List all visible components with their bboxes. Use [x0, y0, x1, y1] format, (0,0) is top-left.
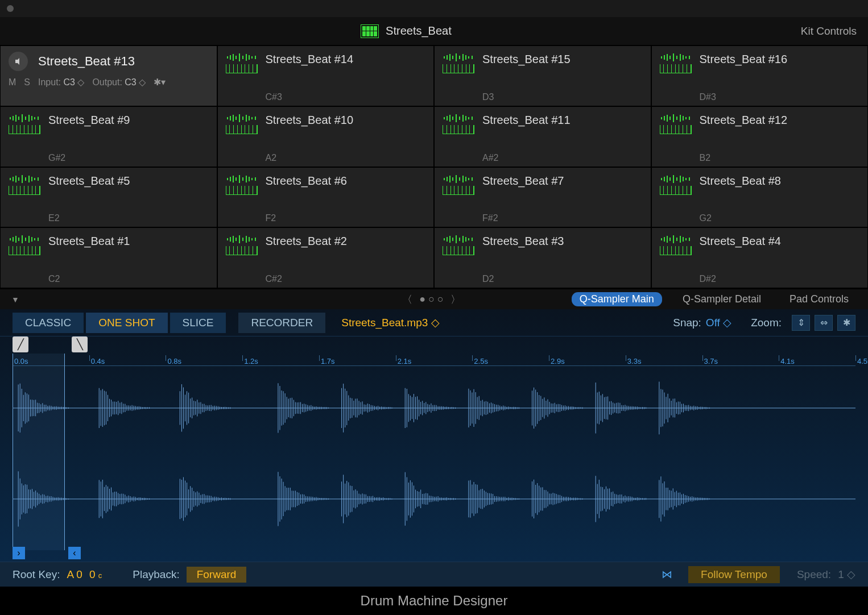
sample-icon — [660, 113, 700, 163]
ruler-tick: 3.7s — [704, 357, 718, 365]
waveform-canvas[interactable] — [13, 366, 855, 548]
params-bar: Root Key: A 0 0 c Playback: Forward ⋈ Fo… — [0, 562, 868, 587]
sample-icon — [226, 52, 266, 102]
zoom-horizontal-button[interactable]: ⇔ — [815, 315, 833, 331]
top-bar: Streets_Beat Kit Controls — [0, 17, 868, 45]
pad-1[interactable]: Streets_Beat #13 M S Input: C3 ◇ Output:… — [0, 45, 217, 106]
fade-in-marker[interactable]: ╱ — [13, 336, 28, 352]
playback-label: Playback: — [133, 568, 179, 581]
pad-6[interactable]: Streets_Beat #10 A2 — [217, 106, 435, 167]
ruler-tick: 4.5s — [857, 357, 868, 365]
pad-note: F#2 — [482, 213, 643, 223]
pad-note: C#2 — [266, 274, 426, 284]
follow-tempo-button[interactable]: Follow Tempo — [688, 566, 780, 583]
sample-icon — [9, 113, 48, 163]
mode-classic[interactable]: CLASSIC — [13, 313, 84, 333]
output-label: Output: C3 ◇ — [92, 77, 146, 88]
pad-note: C#3 — [266, 92, 426, 102]
pad-name: Streets_Beat #11 — [482, 114, 643, 127]
pad-preview-button[interactable] — [9, 52, 28, 71]
sample-file-name[interactable]: Streets_Beat.mp3 ◇ — [341, 316, 439, 329]
sample-icon — [660, 173, 700, 224]
pad-2[interactable]: Streets_Beat #14 C#3 — [217, 45, 435, 106]
sample-icon — [660, 234, 700, 284]
ruler-tick: 1.7s — [321, 357, 335, 365]
snap-label: Snap: — [673, 317, 701, 329]
pad-9[interactable]: Streets_Beat #5 E2 — [0, 167, 217, 228]
speed-label: Speed: — [797, 568, 831, 581]
pad-note: B2 — [700, 153, 860, 163]
kit-controls-link[interactable]: Kit Controls — [801, 25, 857, 38]
ruler-tick: 2.1s — [398, 357, 412, 365]
speed-value[interactable]: 1 ◇ — [838, 568, 855, 581]
mode-one-shot[interactable]: ONE SHOT — [86, 313, 167, 333]
snap-value[interactable]: Off ◇ — [706, 316, 731, 329]
sample-icon — [660, 52, 700, 102]
ruler-tick: 1.2s — [244, 357, 258, 365]
zoom-label: Zoom: — [751, 317, 782, 329]
pad-note: G2 — [700, 213, 860, 223]
mute-button[interactable]: M — [9, 77, 16, 88]
pad-name: Streets_Beat #8 — [700, 174, 860, 188]
zoom-vertical-button[interactable]: ⇕ — [792, 315, 810, 331]
sample-icon — [9, 234, 48, 284]
ruler-tick: 4.1s — [780, 357, 795, 365]
pad-name: Streets_Beat #13 — [38, 54, 135, 69]
mode-row: CLASSIC ONE SHOT SLICE RECORDER Streets_… — [0, 309, 868, 336]
input-label: Input: C3 ◇ — [38, 77, 84, 88]
disclosure-icon[interactable]: ▼ — [11, 295, 19, 304]
drum-machine-icon — [361, 24, 379, 38]
time-ruler[interactable]: 0.0s0.4s0.8s1.2s1.7s2.1s2.5s2.9s3.3s3.7s… — [13, 354, 855, 366]
pad-8[interactable]: Streets_Beat #12 B2 — [651, 106, 869, 167]
pad-5[interactable]: Streets_Beat #9 G#2 — [0, 106, 217, 167]
tab-pad-controls[interactable]: Pad Controls — [782, 292, 857, 306]
pad-note: A#2 — [482, 153, 643, 163]
pad-note: D2 — [482, 274, 643, 284]
mode-recorder[interactable]: RECORDER — [238, 313, 325, 333]
root-key-value[interactable]: A 0 — [67, 568, 82, 581]
pad-note: E2 — [48, 213, 209, 223]
pad-name: Streets_Beat #1 — [48, 235, 209, 248]
pad-10[interactable]: Streets_Beat #6 F2 — [217, 167, 435, 228]
pad-3[interactable]: Streets_Beat #15 D3 — [434, 45, 651, 106]
mode-slice[interactable]: SLICE — [170, 313, 226, 333]
pad-12[interactable]: Streets_Beat #8 G2 — [651, 167, 869, 228]
window-close-button[interactable] — [7, 5, 14, 12]
pad-note: A2 — [266, 153, 426, 163]
sampler-panel: CLASSIC ONE SHOT SLICE RECORDER Streets_… — [0, 309, 868, 587]
sample-icon — [226, 173, 266, 224]
titlebar — [0, 0, 868, 17]
kit-title[interactable]: Streets_Beat — [386, 24, 452, 38]
pad-note: D3 — [482, 92, 643, 102]
pad-gear-icon[interactable]: ✱▾ — [154, 77, 166, 88]
pad-name: Streets_Beat #12 — [700, 114, 860, 127]
cents-value[interactable]: 0 c — [89, 568, 102, 581]
sample-icon — [226, 234, 266, 284]
waveform-area[interactable]: ╱ ╲ 0.0s0.4s0.8s1.2s1.7s2.1s2.5s2.9s3.3s… — [13, 336, 855, 559]
pad-7[interactable]: Streets_Beat #11 A#2 — [434, 106, 651, 167]
end-handle[interactable]: ‹ — [68, 547, 81, 559]
start-handle[interactable]: › — [13, 547, 25, 559]
ruler-tick: 2.9s — [551, 357, 565, 365]
pad-note: D#3 — [700, 92, 860, 102]
pad-14[interactable]: Streets_Beat #2 C#2 — [217, 227, 435, 288]
sample-icon — [9, 173, 48, 224]
playback-direction[interactable]: Forward — [187, 567, 247, 583]
pad-16[interactable]: Streets_Beat #4 D#2 — [651, 227, 869, 288]
tab-q-sampler-main[interactable]: Q-Sampler Main — [572, 292, 662, 306]
pad-4[interactable]: Streets_Beat #16 D#3 — [651, 45, 869, 106]
pad-11[interactable]: Streets_Beat #7 F#2 — [434, 167, 651, 228]
pad-13[interactable]: Streets_Beat #1 C2 — [0, 227, 217, 288]
page-nav-next[interactable]: 〉 — [450, 293, 461, 306]
tab-q-sampler-detail[interactable]: Q-Sampler Detail — [675, 292, 769, 306]
sampler-gear-button[interactable]: ✱ — [837, 315, 855, 331]
page-nav-prev[interactable]: 〈 — [402, 293, 412, 306]
pad-name: Streets_Beat #14 — [266, 53, 426, 66]
pad-name: Streets_Beat #3 — [482, 235, 643, 248]
pad-name: Streets_Beat #4 — [700, 235, 860, 248]
pad-15[interactable]: Streets_Beat #3 D2 — [434, 227, 651, 288]
solo-button[interactable]: S — [24, 77, 30, 88]
sample-icon — [443, 52, 482, 102]
fade-out-marker[interactable]: ╲ — [72, 336, 88, 352]
reverse-icon[interactable]: ⋈ — [662, 568, 672, 581]
